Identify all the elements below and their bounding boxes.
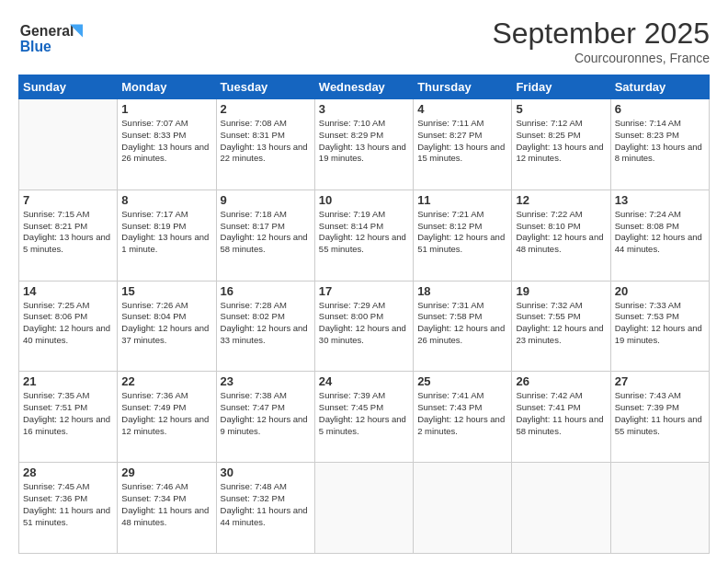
day-info: Sunrise: 7:38 AM Sunset: 7:47 PM Dayligh… [221, 390, 311, 437]
calendar-cell: 9Sunrise: 7:18 AM Sunset: 8:17 PM Daylig… [216, 190, 314, 281]
header: General Blue September 2025 Courcouronne… [18, 17, 710, 65]
day-number: 8 [121, 193, 211, 207]
calendar-cell [414, 463, 512, 554]
day-number: 24 [319, 374, 409, 388]
day-info: Sunrise: 7:22 AM Sunset: 8:10 PM Dayligh… [516, 209, 606, 256]
day-number: 11 [417, 193, 507, 207]
day-info: Sunrise: 7:25 AM Sunset: 8:06 PM Dayligh… [23, 300, 113, 347]
day-info: Sunrise: 7:48 AM Sunset: 7:32 PM Dayligh… [221, 481, 311, 528]
day-info: Sunrise: 7:39 AM Sunset: 7:45 PM Dayligh… [319, 390, 409, 437]
calendar: SundayMondayTuesdayWednesdayThursdayFrid… [18, 75, 710, 554]
day-number: 25 [417, 374, 507, 388]
day-info: Sunrise: 7:45 AM Sunset: 7:36 PM Dayligh… [23, 481, 113, 528]
weekday-header-saturday: Saturday [610, 75, 709, 99]
calendar-cell [19, 99, 118, 190]
day-number: 4 [417, 102, 507, 116]
calendar-cell [512, 463, 610, 554]
day-number: 14 [23, 284, 113, 298]
day-info: Sunrise: 7:15 AM Sunset: 8:21 PM Dayligh… [23, 209, 113, 256]
calendar-cell: 24Sunrise: 7:39 AM Sunset: 7:45 PM Dayli… [314, 372, 413, 463]
calendar-cell [610, 463, 709, 554]
day-number: 1 [121, 102, 211, 116]
day-info: Sunrise: 7:43 AM Sunset: 7:39 PM Dayligh… [615, 390, 705, 437]
svg-text:General: General [20, 23, 74, 39]
day-number: 13 [615, 193, 705, 207]
weekday-header-friday: Friday [512, 75, 610, 99]
day-info: Sunrise: 7:21 AM Sunset: 8:12 PM Dayligh… [417, 209, 507, 256]
day-info: Sunrise: 7:35 AM Sunset: 7:51 PM Dayligh… [23, 390, 113, 437]
weekday-header-wednesday: Wednesday [314, 75, 413, 99]
calendar-cell: 14Sunrise: 7:25 AM Sunset: 8:06 PM Dayli… [19, 281, 118, 372]
calendar-cell: 5Sunrise: 7:12 AM Sunset: 8:25 PM Daylig… [512, 99, 610, 190]
day-info: Sunrise: 7:11 AM Sunset: 8:27 PM Dayligh… [417, 118, 507, 165]
calendar-cell: 26Sunrise: 7:42 AM Sunset: 7:41 PM Dayli… [512, 372, 610, 463]
calendar-cell: 19Sunrise: 7:32 AM Sunset: 7:55 PM Dayli… [512, 281, 610, 372]
calendar-cell: 20Sunrise: 7:33 AM Sunset: 7:53 PM Dayli… [610, 281, 709, 372]
calendar-cell: 3Sunrise: 7:10 AM Sunset: 8:29 PM Daylig… [314, 99, 413, 190]
day-number: 3 [319, 102, 409, 116]
calendar-cell: 23Sunrise: 7:38 AM Sunset: 7:47 PM Dayli… [216, 372, 314, 463]
day-number: 28 [23, 465, 113, 479]
day-number: 19 [516, 284, 606, 298]
calendar-cell: 28Sunrise: 7:45 AM Sunset: 7:36 PM Dayli… [19, 463, 118, 554]
day-info: Sunrise: 7:10 AM Sunset: 8:29 PM Dayligh… [319, 118, 409, 165]
day-info: Sunrise: 7:24 AM Sunset: 8:08 PM Dayligh… [615, 209, 705, 256]
calendar-cell: 16Sunrise: 7:28 AM Sunset: 8:02 PM Dayli… [216, 281, 314, 372]
weekday-header-tuesday: Tuesday [216, 75, 314, 99]
calendar-cell: 13Sunrise: 7:24 AM Sunset: 8:08 PM Dayli… [610, 190, 709, 281]
day-number: 2 [221, 102, 311, 116]
day-info: Sunrise: 7:32 AM Sunset: 7:55 PM Dayligh… [516, 300, 606, 347]
day-info: Sunrise: 7:17 AM Sunset: 8:19 PM Dayligh… [121, 209, 211, 256]
calendar-cell: 22Sunrise: 7:36 AM Sunset: 7:49 PM Dayli… [118, 372, 216, 463]
calendar-cell: 17Sunrise: 7:29 AM Sunset: 8:00 PM Dayli… [314, 281, 413, 372]
calendar-cell: 2Sunrise: 7:08 AM Sunset: 8:31 PM Daylig… [216, 99, 314, 190]
day-number: 20 [615, 284, 705, 298]
day-info: Sunrise: 7:33 AM Sunset: 7:53 PM Dayligh… [615, 300, 705, 347]
calendar-cell: 10Sunrise: 7:19 AM Sunset: 8:14 PM Dayli… [314, 190, 413, 281]
day-info: Sunrise: 7:42 AM Sunset: 7:41 PM Dayligh… [516, 390, 606, 437]
day-number: 21 [23, 374, 113, 388]
day-number: 18 [417, 284, 507, 298]
day-info: Sunrise: 7:08 AM Sunset: 8:31 PM Dayligh… [221, 118, 311, 165]
day-info: Sunrise: 7:26 AM Sunset: 8:04 PM Dayligh… [121, 300, 211, 347]
calendar-cell: 18Sunrise: 7:31 AM Sunset: 7:58 PM Dayli… [414, 281, 512, 372]
calendar-cell [314, 463, 413, 554]
day-number: 27 [615, 374, 705, 388]
day-info: Sunrise: 7:07 AM Sunset: 8:33 PM Dayligh… [121, 118, 211, 165]
calendar-cell: 1Sunrise: 7:07 AM Sunset: 8:33 PM Daylig… [118, 99, 216, 190]
calendar-cell: 7Sunrise: 7:15 AM Sunset: 8:21 PM Daylig… [19, 190, 118, 281]
calendar-cell: 30Sunrise: 7:48 AM Sunset: 7:32 PM Dayli… [216, 463, 314, 554]
day-info: Sunrise: 7:19 AM Sunset: 8:14 PM Dayligh… [319, 209, 409, 256]
calendar-cell: 8Sunrise: 7:17 AM Sunset: 8:19 PM Daylig… [118, 190, 216, 281]
day-info: Sunrise: 7:18 AM Sunset: 8:17 PM Dayligh… [221, 209, 311, 256]
day-info: Sunrise: 7:46 AM Sunset: 7:34 PM Dayligh… [121, 481, 211, 528]
calendar-cell: 29Sunrise: 7:46 AM Sunset: 7:34 PM Dayli… [118, 463, 216, 554]
day-info: Sunrise: 7:14 AM Sunset: 8:23 PM Dayligh… [615, 118, 705, 165]
day-number: 7 [23, 193, 113, 207]
month-title: September 2025 [492, 17, 710, 51]
day-number: 30 [221, 465, 311, 479]
calendar-cell: 11Sunrise: 7:21 AM Sunset: 8:12 PM Dayli… [414, 190, 512, 281]
day-info: Sunrise: 7:12 AM Sunset: 8:25 PM Dayligh… [516, 118, 606, 165]
svg-text:Blue: Blue [20, 39, 51, 54]
calendar-cell: 15Sunrise: 7:26 AM Sunset: 8:04 PM Dayli… [118, 281, 216, 372]
day-number: 29 [121, 465, 211, 479]
day-number: 26 [516, 374, 606, 388]
weekday-header-monday: Monday [118, 75, 216, 99]
day-number: 22 [121, 374, 211, 388]
day-number: 12 [516, 193, 606, 207]
weekday-header-sunday: Sunday [19, 75, 118, 99]
day-number: 5 [516, 102, 606, 116]
day-info: Sunrise: 7:29 AM Sunset: 8:00 PM Dayligh… [319, 300, 409, 347]
title-block: September 2025 Courcouronnes, France [492, 17, 710, 65]
day-number: 17 [319, 284, 409, 298]
day-number: 23 [221, 374, 311, 388]
day-info: Sunrise: 7:31 AM Sunset: 7:58 PM Dayligh… [417, 300, 507, 347]
location: Courcouronnes, France [492, 51, 710, 65]
day-number: 9 [221, 193, 311, 207]
day-number: 15 [121, 284, 211, 298]
day-number: 16 [221, 284, 311, 298]
day-number: 6 [615, 102, 705, 116]
day-info: Sunrise: 7:41 AM Sunset: 7:43 PM Dayligh… [417, 390, 507, 437]
day-number: 10 [319, 193, 409, 207]
